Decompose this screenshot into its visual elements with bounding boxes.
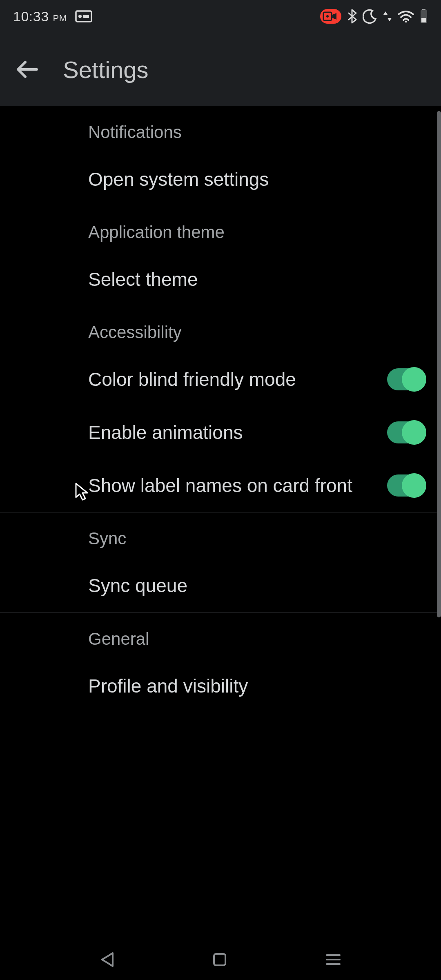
- toggle-animations[interactable]: [387, 421, 426, 443]
- section-header-notifications: Notifications: [0, 106, 441, 153]
- cast-icon: [75, 10, 92, 22]
- battery-icon: [420, 9, 428, 24]
- section-header-accessibility: Accessibility: [0, 306, 441, 353]
- section-accessibility: Accessibility Color blind friendly mode …: [0, 306, 441, 512]
- section-theme: Application theme Select theme: [0, 206, 441, 306]
- item-color-blind-mode[interactable]: Color blind friendly mode: [0, 353, 441, 406]
- item-profile-visibility[interactable]: Profile and visibility: [0, 659, 441, 713]
- status-bar: 10:33 PM: [0, 0, 441, 33]
- item-label: Profile and visibility: [88, 673, 426, 699]
- app-bar: Settings: [0, 33, 441, 106]
- status-left: 10:33 PM: [13, 9, 92, 24]
- data-arrows-icon: [383, 10, 392, 23]
- page-title: Settings: [63, 56, 149, 83]
- item-enable-animations[interactable]: Enable animations: [0, 406, 441, 459]
- cursor-icon: [74, 482, 90, 501]
- nav-recents-button[interactable]: [325, 953, 341, 966]
- nav-home-button[interactable]: [212, 952, 227, 967]
- svg-rect-7: [422, 9, 425, 10]
- svg-rect-9: [421, 18, 426, 22]
- dnd-moon-icon: [363, 9, 377, 24]
- bluetooth-icon: [347, 9, 357, 24]
- section-notifications: Notifications Open system settings: [0, 106, 441, 206]
- item-sync-queue[interactable]: Sync queue: [0, 559, 441, 612]
- svg-point-6: [405, 21, 407, 23]
- item-select-theme[interactable]: Select theme: [0, 253, 441, 306]
- item-label: Open system settings: [88, 167, 426, 192]
- item-open-system-settings[interactable]: Open system settings: [0, 153, 441, 206]
- scroll-indicator[interactable]: [437, 111, 441, 617]
- svg-point-1: [78, 15, 82, 18]
- status-time-value: 10:33: [13, 9, 49, 24]
- item-label: Color blind friendly mode: [88, 367, 374, 392]
- section-header-sync: Sync: [0, 512, 441, 559]
- section-sync: Sync Sync queue: [0, 512, 441, 612]
- navigation-bar: [0, 939, 441, 980]
- settings-content[interactable]: Notifications Open system settings Appli…: [0, 106, 441, 730]
- svg-rect-10: [214, 954, 225, 965]
- svg-rect-2: [83, 15, 89, 18]
- item-label: Show label names on card front: [88, 473, 374, 498]
- section-header-theme: Application theme: [0, 206, 441, 253]
- item-label: Enable animations: [88, 420, 374, 445]
- toggle-label-names[interactable]: [387, 474, 426, 497]
- item-label: Sync queue: [88, 573, 426, 598]
- wifi-icon: [398, 10, 414, 22]
- status-time-period: PM: [53, 13, 67, 23]
- svg-point-5: [326, 15, 329, 18]
- section-general: General Profile and visibility: [0, 613, 441, 730]
- record-indicator-icon: [320, 9, 341, 24]
- item-label: Select theme: [88, 267, 426, 292]
- status-right: [320, 9, 428, 24]
- nav-back-button[interactable]: [100, 951, 114, 968]
- toggle-color-blind[interactable]: [387, 368, 426, 390]
- status-time: 10:33 PM: [13, 9, 67, 24]
- item-show-label-names[interactable]: Show label names on card front: [0, 459, 441, 512]
- back-button[interactable]: [16, 60, 38, 79]
- section-header-general: General: [0, 613, 441, 659]
